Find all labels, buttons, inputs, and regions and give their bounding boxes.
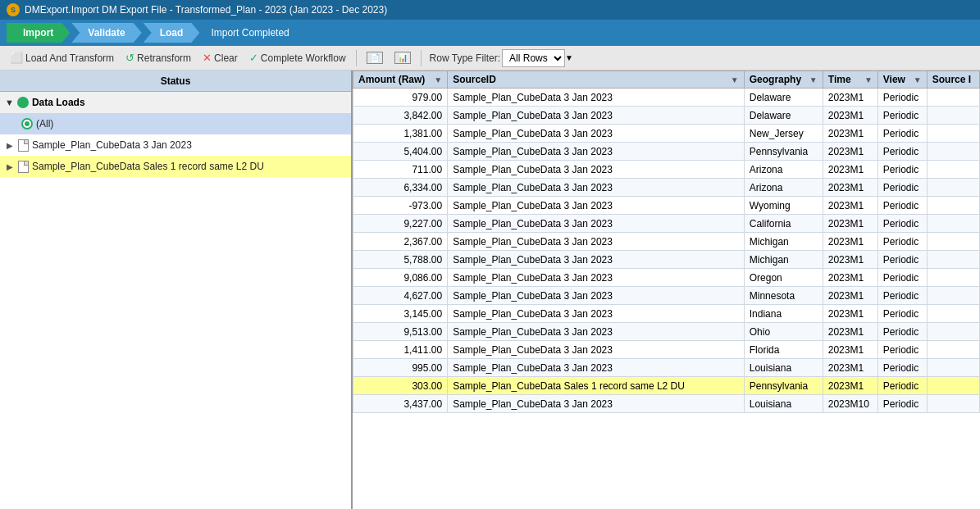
filter-icon-view[interactable]: ▼	[914, 75, 922, 84]
table-row: 1,381.00Sample_Plan_CubeData 3 Jan 2023N…	[353, 125, 980, 143]
cell-sourcei	[927, 233, 979, 251]
table-row: 995.00Sample_Plan_CubeData 3 Jan 2023Lou…	[353, 359, 980, 377]
cell-time: 2023M10	[823, 395, 877, 413]
cell-time: 2023M1	[823, 233, 877, 251]
col-header-sourcei[interactable]: Source I	[927, 71, 979, 89]
cell-sourcei	[927, 89, 979, 107]
retransform-button[interactable]: ↺ Retransform	[121, 48, 196, 68]
cell-amount: -973.00	[353, 197, 448, 215]
tree-item-1[interactable]: ▶ Sample_Plan_CubeData 3 Jan 2023	[0, 134, 351, 156]
cell-view: Periodic	[877, 323, 927, 341]
filter-icon-geography[interactable]: ▼	[809, 75, 818, 84]
load-transform-icon: ⬜	[10, 52, 23, 64]
cell-sourceid: Sample_Plan_CubeData 3 Jan 2023	[448, 251, 745, 269]
load-and-transform-button[interactable]: ⬜ Load And Transform	[5, 48, 119, 68]
cell-time: 2023M1	[823, 323, 877, 341]
cell-geography: California	[744, 215, 823, 233]
cell-view: Periodic	[877, 305, 927, 323]
step-load[interactable]: Load	[144, 23, 200, 43]
table-row: 979.00Sample_Plan_CubeData 3 Jan 2023Del…	[353, 89, 980, 107]
cell-sourceid: Sample_Plan_CubeData 3 Jan 2023	[448, 143, 745, 161]
cell-geography: Michigan	[744, 233, 823, 251]
cell-view: Periodic	[877, 179, 927, 197]
tree-label-1: Sample_Plan_CubeData 3 Jan 2023	[32, 139, 192, 151]
table-row: 3,842.00Sample_Plan_CubeData 3 Jan 2023D…	[353, 107, 980, 125]
cell-time: 2023M1	[823, 107, 877, 125]
cell-sourceid: Sample_Plan_CubeData 3 Jan 2023	[448, 395, 745, 413]
step-validate[interactable]: Validate	[71, 23, 141, 43]
cell-geography: Wyoming	[744, 197, 823, 215]
tree-item-2[interactable]: ▶ Sample_Plan_CubeData Sales 1 record sa…	[0, 156, 351, 177]
cell-time: 2023M1	[823, 125, 877, 143]
cell-view: Periodic	[877, 89, 927, 107]
cell-amount: 979.00	[353, 89, 448, 107]
data-table: Amount (Raw) ▼ SourceID ▼	[353, 70, 980, 413]
tree-root[interactable]: ▼ Data Loads	[0, 92, 351, 113]
step-import[interactable]: Import	[7, 23, 70, 43]
cell-view: Periodic	[877, 377, 927, 395]
cell-sourcei	[927, 107, 979, 125]
cell-geography: Delaware	[744, 107, 823, 125]
cell-view: Periodic	[877, 395, 927, 413]
table-row: 9,227.00Sample_Plan_CubeData 3 Jan 2023C…	[353, 215, 980, 233]
cell-geography: Delaware	[744, 89, 823, 107]
cell-amount: 5,788.00	[353, 251, 448, 269]
step-status: Import Completed	[211, 27, 289, 39]
cell-sourceid: Sample_Plan_CubeData 3 Jan 2023	[448, 125, 745, 143]
app-icon: S	[7, 3, 20, 16]
data-table-container[interactable]: Amount (Raw) ▼ SourceID ▼	[353, 70, 980, 509]
tree-item-all[interactable]: (All)	[0, 113, 351, 134]
cell-time: 2023M1	[823, 215, 877, 233]
doc-icon-1	[18, 139, 29, 152]
table-row: 6,334.00Sample_Plan_CubeData 3 Jan 2023A…	[353, 179, 980, 197]
export-button-2[interactable]: 📊	[390, 48, 416, 68]
step-bar: Import Validate Load Import Completed	[0, 20, 980, 46]
clear-button[interactable]: ✕ Clear	[198, 48, 243, 68]
filter-icon-time[interactable]: ▼	[864, 75, 873, 84]
cell-sourceid: Sample_Plan_CubeData 3 Jan 2023	[448, 323, 745, 341]
cell-view: Periodic	[877, 161, 927, 179]
cell-sourceid: Sample_Plan_CubeData 3 Jan 2023	[448, 305, 745, 323]
col-header-view[interactable]: View ▼	[877, 71, 927, 89]
table-row: 9,513.00Sample_Plan_CubeData 3 Jan 2023O…	[353, 323, 980, 341]
cell-time: 2023M1	[823, 89, 877, 107]
title-bar: S DMExport.Import DM Export File - Trans…	[0, 0, 980, 20]
export-button-1[interactable]: 📄	[362, 48, 388, 68]
cell-sourcei	[927, 395, 979, 413]
col-header-sourceid[interactable]: SourceID ▼	[448, 71, 745, 89]
cell-sourcei	[927, 143, 979, 161]
cell-geography: Ohio	[744, 323, 823, 341]
cell-sourceid: Sample_Plan_CubeData 3 Jan 2023	[448, 107, 745, 125]
table-header-row: Amount (Raw) ▼ SourceID ▼	[353, 71, 980, 89]
cell-view: Periodic	[877, 143, 927, 161]
table-row: 711.00Sample_Plan_CubeData 3 Jan 2023Ari…	[353, 161, 980, 179]
cell-time: 2023M1	[823, 287, 877, 305]
row-filter-label: Row Type Filter:	[430, 52, 500, 64]
cell-geography: New_Jersey	[744, 125, 823, 143]
cell-view: Periodic	[877, 125, 927, 143]
cell-sourcei	[927, 287, 979, 305]
cell-amount: 995.00	[353, 359, 448, 377]
cell-view: Periodic	[877, 341, 927, 359]
radio-icon-all	[21, 118, 33, 130]
col-header-amount[interactable]: Amount (Raw) ▼	[353, 71, 448, 89]
table-row: 4,627.00Sample_Plan_CubeData 3 Jan 2023M…	[353, 287, 980, 305]
cell-time: 2023M1	[823, 197, 877, 215]
table-row: 3,145.00Sample_Plan_CubeData 3 Jan 2023I…	[353, 305, 980, 323]
cell-geography: Indiana	[744, 305, 823, 323]
filter-icon-amount[interactable]: ▼	[434, 75, 442, 84]
cell-amount: 9,086.00	[353, 269, 448, 287]
cell-sourcei	[927, 341, 979, 359]
tree-toggle-1: ▶	[5, 141, 15, 150]
toolbar: ⬜ Load And Transform ↺ Retransform ✕ Cle…	[0, 46, 980, 70]
cell-time: 2023M1	[823, 269, 877, 287]
col-header-geography[interactable]: Geography ▼	[744, 71, 823, 89]
complete-workflow-button[interactable]: ✓ Complete Workflow	[244, 48, 351, 68]
filter-icon-sourceid[interactable]: ▼	[731, 75, 739, 84]
cell-amount: 3,145.00	[353, 305, 448, 323]
row-type-filter-select[interactable]: All Rows	[502, 49, 565, 67]
col-header-time[interactable]: Time ▼	[823, 71, 877, 89]
data-loads-icon	[17, 97, 29, 108]
left-panel-header: Status	[0, 70, 351, 92]
retransform-icon: ↺	[125, 52, 134, 64]
